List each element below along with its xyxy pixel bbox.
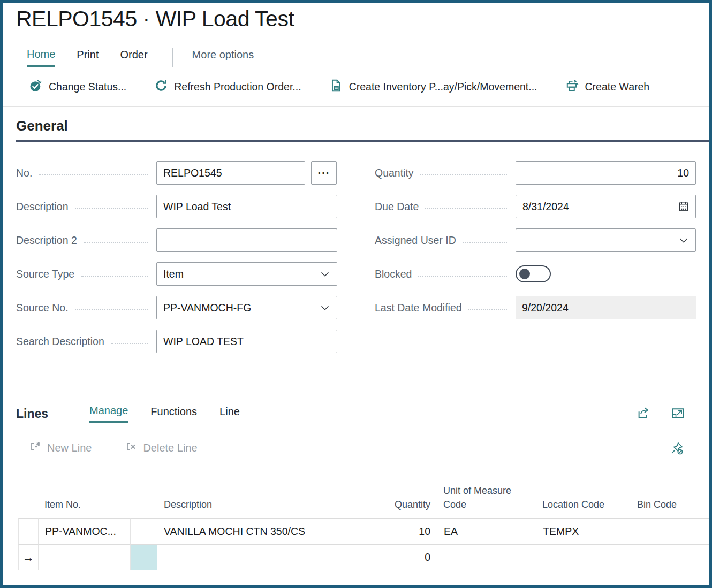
cell-item-no[interactable] (38, 544, 130, 570)
field-blocked: Blocked (375, 262, 696, 286)
field-quantity: Quantity (375, 161, 696, 185)
delete-line-button[interactable]: Delete Line (125, 440, 197, 456)
field-due-date: Due Date (375, 195, 696, 218)
cell-item-no[interactable]: PP-VANMOC... (38, 518, 130, 544)
general-left-column: No. ··· Description Descri (16, 161, 338, 363)
cell-quantity[interactable]: 0 (349, 544, 437, 570)
field-search-description: Search Description (16, 330, 338, 353)
field-last-date-modified: Last Date Modified 9/20/2024 (375, 296, 696, 319)
lines-table: Item No. Description Quantity Unit of Me… (18, 468, 709, 570)
cell-bin[interactable] (631, 544, 709, 570)
expand-icon[interactable] (671, 406, 685, 422)
chevron-down-icon[interactable] (319, 268, 331, 280)
dotted-leader (39, 174, 148, 175)
cell-description[interactable]: VANILLA MOCHI CTN 350/CS (157, 518, 349, 544)
change-status-icon (29, 79, 49, 95)
description-2-input[interactable] (156, 228, 337, 252)
dotted-leader (81, 276, 148, 277)
cell-uom[interactable]: EA (437, 518, 536, 544)
description-label: Description (16, 201, 69, 213)
lines-tab-functions[interactable]: Functions (150, 406, 197, 422)
source-type-label: Source Type (16, 268, 74, 280)
action-bar: Change Status... Refresh Production Orde… (3, 67, 709, 106)
chevron-down-icon[interactable] (678, 234, 690, 246)
column-header-uom[interactable]: Unit of Measure Code (437, 468, 536, 518)
blocked-toggle[interactable] (516, 265, 551, 282)
column-header-item-no[interactable]: Item No. (38, 468, 130, 518)
cell-quantity[interactable]: 10 (349, 518, 437, 544)
row-selector[interactable] (18, 518, 38, 544)
source-no-select[interactable] (156, 296, 337, 319)
lines-heading[interactable]: Lines (16, 407, 48, 421)
tab-home[interactable]: Home (27, 48, 55, 67)
create-warehouse-pick-button[interactable]: Create Wareh (565, 79, 650, 95)
assigned-user-id-label: Assigned User ID (375, 234, 456, 247)
dotted-leader (75, 309, 148, 310)
column-header-spacer (130, 468, 157, 518)
more-options-button[interactable]: More options (192, 49, 254, 66)
blocked-label: Blocked (375, 268, 412, 280)
dotted-leader (75, 208, 148, 209)
dotted-leader (111, 343, 148, 344)
change-status-button[interactable]: Change Status... (29, 79, 126, 95)
tab-print[interactable]: Print (77, 49, 99, 66)
lines-tab-line[interactable]: Line (219, 406, 240, 422)
no-input[interactable] (156, 161, 305, 185)
column-header-description[interactable]: Description (157, 468, 349, 518)
dotted-leader (463, 242, 507, 243)
lines-header: Lines Manage Functions Line (16, 403, 709, 424)
field-assigned-user-id: Assigned User ID (375, 228, 696, 252)
lines-divider (69, 403, 69, 424)
field-description: Description (16, 195, 338, 218)
dotted-leader (420, 174, 507, 175)
field-description-2: Description 2 (16, 228, 338, 252)
selected-cell[interactable] (130, 544, 157, 570)
source-no-label: Source No. (16, 302, 69, 314)
general-form: No. ··· Description Descri (3, 142, 709, 363)
search-description-label: Search Description (16, 335, 104, 348)
refresh-production-order-button[interactable]: Refresh Production Order... (154, 79, 301, 95)
last-date-modified-label: Last Date Modified (375, 302, 462, 314)
refresh-icon (154, 79, 174, 95)
current-row-marker: → (18, 544, 38, 570)
divider (3, 106, 709, 107)
quantity-label: Quantity (375, 167, 414, 179)
calendar-icon[interactable] (678, 201, 690, 212)
quantity-input[interactable] (516, 161, 696, 185)
toggle-knob (519, 269, 530, 279)
new-line-button[interactable]: New Line (29, 440, 92, 456)
description-input[interactable] (156, 195, 337, 218)
dotted-leader (84, 242, 148, 243)
warehouse-pick-icon (565, 79, 585, 95)
new-line-icon (29, 440, 47, 456)
unpin-icon[interactable] (670, 441, 684, 455)
cell-bin[interactable] (631, 518, 709, 544)
cell-location[interactable]: TEMPX (536, 518, 631, 544)
lines-toolbar: New Line Delete Line (3, 432, 709, 463)
assigned-user-id-select[interactable] (516, 228, 696, 252)
assist-edit-button[interactable]: ··· (311, 161, 337, 185)
column-header-location[interactable]: Location Code (536, 468, 631, 518)
create-inventory-pick-button[interactable]: Create Inventory P...ay/Pick/Movement... (329, 79, 537, 95)
lines-tab-manage[interactable]: Manage (89, 404, 128, 423)
field-source-no: Source No. (16, 296, 338, 319)
search-description-input[interactable] (156, 330, 337, 353)
cell-location[interactable] (536, 544, 631, 570)
column-header-bin[interactable]: Bin Code (631, 468, 709, 518)
selector-column-header (18, 468, 38, 518)
share-icon[interactable] (636, 406, 650, 422)
menu-divider (172, 48, 173, 67)
source-type-select[interactable] (156, 262, 337, 286)
cell-uom[interactable] (437, 544, 536, 570)
general-section-heading[interactable]: General (16, 118, 696, 134)
general-right-column: Quantity Due Date (375, 161, 696, 363)
dotted-leader (418, 276, 507, 277)
page-title: RELPO1545 · WIP Load Test (3, 3, 709, 32)
column-header-quantity[interactable]: Quantity (349, 468, 437, 518)
tab-order[interactable]: Order (120, 49, 147, 66)
inventory-document-icon (329, 79, 349, 95)
chevron-down-icon[interactable] (319, 302, 331, 314)
cell-description[interactable] (157, 544, 349, 570)
due-date-input[interactable] (516, 195, 696, 218)
dotted-leader (468, 309, 507, 310)
